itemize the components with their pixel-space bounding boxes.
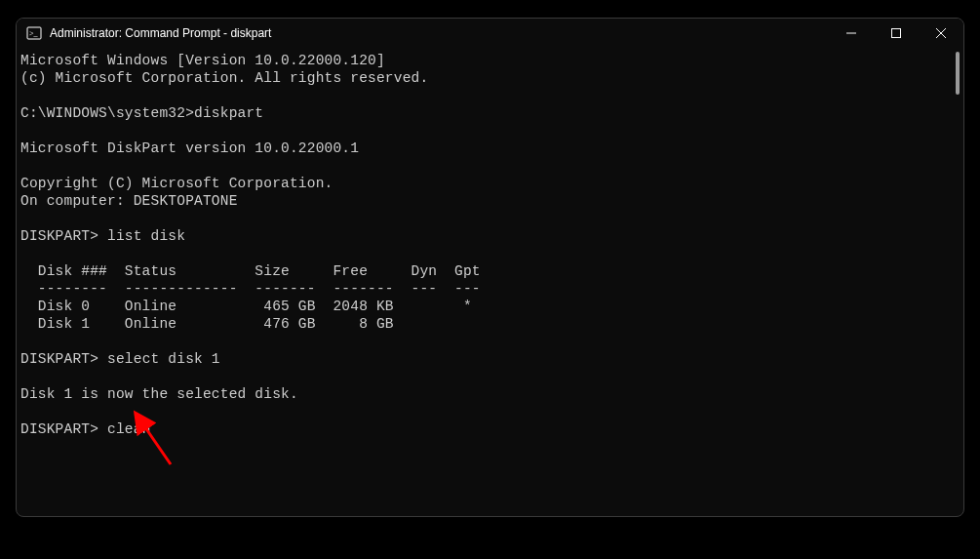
minimize-button[interactable] — [829, 19, 874, 48]
diskpart-prompt: DISKPART> — [20, 351, 98, 367]
output-line: Copyright (C) Microsoft Corporation. — [20, 176, 333, 191]
command-text: clean — [107, 421, 151, 437]
scrollbar-thumb[interactable] — [956, 52, 960, 95]
titlebar[interactable]: >_ Administrator: Command Prompt - diskp… — [17, 19, 963, 48]
output-line: Microsoft Windows [Version 10.0.22000.12… — [20, 53, 385, 68]
output-line: Disk 1 is now the selected disk. — [20, 386, 298, 402]
terminal-output[interactable]: Microsoft Windows [Version 10.0.22000.12… — [17, 48, 963, 516]
diskpart-prompt: DISKPART> — [20, 228, 98, 244]
window-title: Administrator: Command Prompt - diskpart — [50, 26, 271, 40]
close-button[interactable] — [919, 19, 963, 48]
cmd-icon: >_ — [26, 25, 42, 41]
table-divider: -------- ------------- ------- ------- -… — [20, 281, 481, 297]
output-line: (c) Microsoft Corporation. All rights re… — [20, 70, 428, 86]
maximize-button[interactable] — [874, 19, 919, 48]
command-prompt-window: >_ Administrator: Command Prompt - diskp… — [16, 18, 964, 517]
table-header: Disk ### Status Size Free Dyn Gpt — [20, 263, 481, 279]
table-row: Disk 1 Online 476 GB 8 GB — [20, 316, 394, 332]
minimize-icon — [846, 28, 856, 38]
svg-rect-3 — [892, 29, 901, 38]
command-text: list disk — [107, 228, 185, 244]
close-icon — [936, 28, 946, 38]
diskpart-prompt: DISKPART> — [20, 421, 98, 437]
svg-text:>_: >_ — [29, 29, 39, 38]
output-line: Microsoft DiskPart version 10.0.22000.1 — [20, 140, 359, 156]
table-row: Disk 0 Online 465 GB 2048 KB * — [20, 299, 472, 314]
maximize-icon — [891, 28, 901, 38]
output-line: On computer: DESKTOPATONE — [20, 193, 238, 209]
command-text: diskpart — [194, 105, 263, 121]
prompt-path: C:\WINDOWS\system32> — [20, 105, 194, 121]
command-text: select disk 1 — [107, 351, 220, 367]
